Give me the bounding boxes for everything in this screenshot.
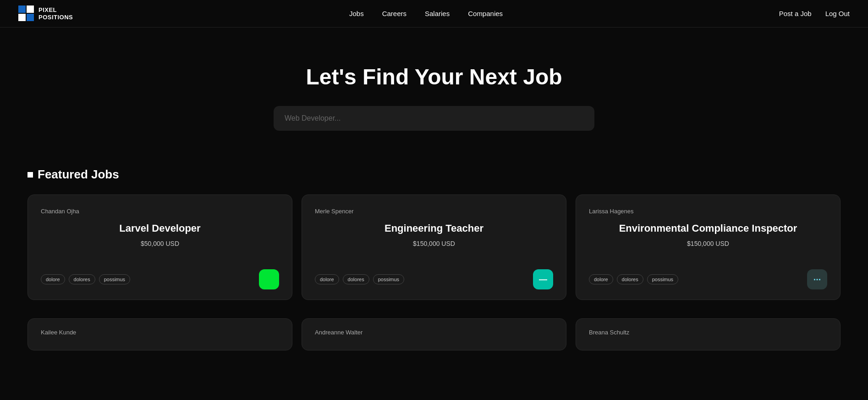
card-author-0: Chandan Ojha [41, 208, 279, 215]
tag: possimus [99, 274, 130, 284]
card-salary-2: $150,000 USD [589, 240, 827, 247]
card-title-0: Larvel Developer [41, 222, 279, 235]
logout-link[interactable]: Log Out [825, 10, 850, 17]
card-footer-0: dolore dolores possimus [41, 269, 279, 289]
card-author-1: Merle Spencer [315, 208, 553, 215]
tag: dolore [41, 274, 65, 284]
nav-salaries[interactable]: Salaries [425, 10, 450, 17]
svg-rect-3 [27, 14, 34, 21]
search-input[interactable] [274, 106, 594, 131]
card-title-2: Environmental Compliance Inspector [589, 222, 827, 235]
logo[interactable]: PIXEL POSITIONS [18, 6, 73, 22]
section-header: Featured Jobs [27, 167, 841, 182]
card-author-2: Larissa Hagenes [589, 208, 827, 215]
cards-grid: Chandan Ojha Larvel Developer $50,000 US… [27, 194, 841, 300]
tag: dolores [617, 274, 643, 284]
partial-card-0[interactable]: Kailee Kunde [27, 318, 292, 350]
section-title: Featured Jobs [38, 167, 119, 182]
tag: dolore [315, 274, 339, 284]
nav-companies[interactable]: Companies [468, 10, 503, 17]
nav-center: Jobs Careers Salaries Companies [349, 10, 503, 17]
partial-author-2: Breana Schultz [589, 329, 827, 336]
card-footer-1: dolore dolores possimus — [315, 269, 553, 289]
card-footer-2: dolore dolores possimus ··· [589, 269, 827, 289]
nav-careers[interactable]: Careers [382, 10, 407, 17]
logo-text: PIXEL POSITIONS [38, 6, 73, 21]
bottom-cards: Kailee Kunde Andreanne Walter Breana Sch… [0, 318, 868, 350]
partial-author-0: Kailee Kunde [41, 329, 279, 336]
partial-card-1[interactable]: Andreanne Walter [302, 318, 566, 350]
job-card-1[interactable]: Merle Spencer Engineering Teacher $150,0… [302, 194, 566, 300]
card-title-1: Engineering Teacher [315, 222, 553, 235]
card-btn-2[interactable]: ··· [807, 269, 827, 289]
card-btn-0[interactable] [259, 269, 279, 289]
card-tags-0: dolore dolores possimus [41, 274, 130, 284]
nav-right: Post a Job Log Out [779, 10, 850, 17]
navbar: PIXEL POSITIONS Jobs Careers Salaries Co… [0, 0, 868, 28]
svg-rect-2 [18, 14, 26, 21]
logo-icon [18, 6, 35, 22]
tag: possimus [647, 274, 678, 284]
post-job-link[interactable]: Post a Job [779, 10, 812, 17]
svg-rect-1 [27, 6, 34, 13]
hero-section: Let's Find Your Next Job [0, 28, 868, 158]
tag: dolores [343, 274, 369, 284]
tag: dolore [589, 274, 613, 284]
svg-rect-0 [18, 6, 26, 13]
job-card-2[interactable]: Larissa Hagenes Environmental Compliance… [576, 194, 841, 300]
job-card-0[interactable]: Chandan Ojha Larvel Developer $50,000 US… [27, 194, 292, 300]
card-btn-1[interactable]: — [533, 269, 553, 289]
card-salary-1: $150,000 USD [315, 240, 553, 247]
tag: dolores [69, 274, 95, 284]
partial-author-1: Andreanne Walter [315, 329, 553, 336]
featured-section: Featured Jobs Chandan Ojha Larvel Develo… [0, 158, 868, 318]
card-tags-2: dolore dolores possimus [589, 274, 678, 284]
hero-title: Let's Find Your Next Job [18, 64, 850, 89]
partial-card-2[interactable]: Breana Schultz [576, 318, 841, 350]
search-container [274, 106, 594, 131]
section-icon [27, 172, 33, 178]
card-tags-1: dolore dolores possimus [315, 274, 404, 284]
tag: possimus [373, 274, 404, 284]
nav-jobs[interactable]: Jobs [349, 10, 364, 17]
card-salary-0: $50,000 USD [41, 240, 279, 247]
